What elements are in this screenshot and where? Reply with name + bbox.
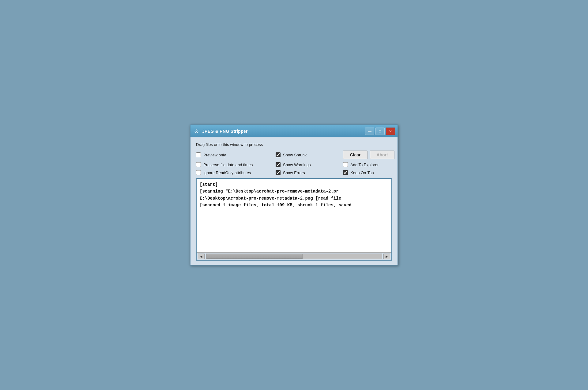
col-mid-2: Show Warnings xyxy=(276,162,343,167)
col-left-1: Preview only xyxy=(196,152,276,157)
show-errors-item[interactable]: Show Errors xyxy=(276,170,343,175)
abort-button[interactable]: Abort xyxy=(370,151,394,159)
title-bar-left: ⊙ JPEG & PNG Stripper xyxy=(193,128,248,135)
log-line-2: [scanning "E:\Desktop\acrobat-pro-remove… xyxy=(200,188,388,195)
log-line-4: [scanned 1 image files, total 109 KB, sh… xyxy=(200,202,388,208)
col-right-3: Keep On-Top xyxy=(343,170,374,175)
show-warnings-checkbox[interactable] xyxy=(276,162,281,167)
log-output-wrapper: [start] [scanning "E:\Desktop\acrobat-pr… xyxy=(196,178,392,261)
title-bar-controls: — □ ✕ xyxy=(365,128,395,135)
log-line-3: E:\Desktop\acrobat-pro-remove-metadata-2… xyxy=(200,195,388,202)
add-to-explorer-label: Add To Explorer xyxy=(350,162,379,167)
preserve-date-checkbox[interactable] xyxy=(196,162,201,167)
show-warnings-item[interactable]: Show Warnings xyxy=(276,162,343,167)
show-warnings-label: Show Warnings xyxy=(283,162,311,167)
show-shrunk-label: Show Shrunk xyxy=(283,153,307,157)
preserve-date-label: Preserve file date and times xyxy=(203,162,253,167)
preview-only-label: Preview only xyxy=(203,153,226,157)
col-left-2: Preserve file date and times xyxy=(196,162,276,167)
ignore-readonly-checkbox[interactable] xyxy=(196,170,201,175)
keep-on-top-checkbox[interactable] xyxy=(343,170,348,175)
show-shrunk-item[interactable]: Show Shrunk xyxy=(276,152,343,157)
ignore-readonly-label: Ignore ReadOnly attributes xyxy=(203,170,251,175)
content-area: Drag files onto this window to process P… xyxy=(190,137,398,265)
window-title: JPEG & PNG Stripper xyxy=(202,129,248,134)
col-mid-1: Show Shrunk xyxy=(276,152,343,157)
preview-only-item[interactable]: Preview only xyxy=(196,152,276,157)
controls-row-2: Preserve file date and times Show Warnin… xyxy=(196,162,392,167)
clear-button[interactable]: Clear xyxy=(343,151,368,159)
log-output: [start] [scanning "E:\Desktop\acrobat-pr… xyxy=(197,179,391,252)
keep-on-top-item[interactable]: Keep On-Top xyxy=(343,170,374,175)
ignore-readonly-item[interactable]: Ignore ReadOnly attributes xyxy=(196,170,276,175)
add-to-explorer-checkbox[interactable] xyxy=(343,162,348,167)
scroll-track[interactable] xyxy=(206,254,382,259)
drag-instructions: Drag files onto this window to process xyxy=(196,142,392,147)
scroll-right-arrow[interactable]: ▶ xyxy=(383,254,390,259)
col-left-3: Ignore ReadOnly attributes xyxy=(196,170,276,175)
app-icon: ⊙ xyxy=(193,128,200,135)
add-to-explorer-item[interactable]: Add To Explorer xyxy=(343,162,379,167)
close-button[interactable]: ✕ xyxy=(386,128,395,135)
preserve-date-item[interactable]: Preserve file date and times xyxy=(196,162,276,167)
horizontal-scrollbar[interactable]: ◀ ▶ xyxy=(197,252,391,260)
main-window: ⊙ JPEG & PNG Stripper — □ ✕ Drag files o… xyxy=(190,124,398,266)
keep-on-top-label: Keep On-Top xyxy=(350,170,374,175)
controls-row-1: Preview only Show Shrunk Clear Abort xyxy=(196,151,392,159)
show-errors-checkbox[interactable] xyxy=(276,170,281,175)
maximize-button[interactable]: □ xyxy=(375,128,385,135)
scroll-left-arrow[interactable]: ◀ xyxy=(198,254,205,259)
scroll-thumb[interactable] xyxy=(206,254,303,259)
col-right-1: Clear Abort xyxy=(343,151,394,159)
preview-only-checkbox[interactable] xyxy=(196,152,201,157)
log-line-1: [start] xyxy=(200,181,388,188)
col-mid-3: Show Errors xyxy=(276,170,343,175)
title-bar: ⊙ JPEG & PNG Stripper — □ ✕ xyxy=(190,125,398,137)
minimize-button[interactable]: — xyxy=(365,128,374,135)
col-right-2: Add To Explorer xyxy=(343,162,379,167)
controls-row-3: Ignore ReadOnly attributes Show Errors K… xyxy=(196,170,392,175)
show-shrunk-checkbox[interactable] xyxy=(276,152,281,157)
show-errors-label: Show Errors xyxy=(283,170,305,175)
